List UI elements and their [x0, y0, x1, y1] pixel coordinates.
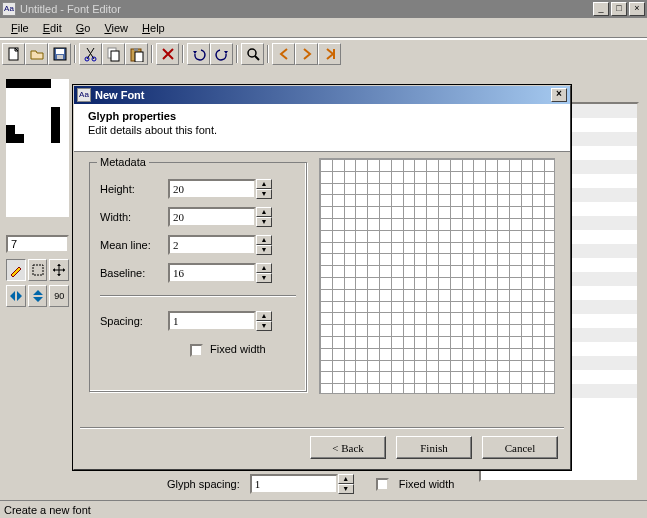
- next-glyph-button[interactable]: [295, 43, 318, 65]
- width-input[interactable]: [168, 207, 256, 227]
- spacing-label: Spacing:: [100, 315, 168, 327]
- svg-rect-2: [56, 49, 64, 54]
- fixed-width-label: Fixed width: [399, 478, 455, 490]
- statusbar: Create a new font: [0, 500, 647, 518]
- meanline-input[interactable]: [168, 235, 256, 255]
- main-toolbar: [0, 39, 647, 67]
- window-title: Untitled - Font Editor: [20, 3, 591, 15]
- goto-glyph-button[interactable]: [318, 43, 341, 65]
- group-separator: [100, 295, 296, 297]
- fixed-width-label: Fixed width: [210, 343, 266, 355]
- copy-button[interactable]: [102, 43, 125, 65]
- menubar: File Edit Go View Help: [0, 18, 647, 37]
- svg-rect-3: [57, 55, 63, 59]
- groupbox-legend: Metadata: [97, 156, 149, 168]
- dialog-title: New Font: [95, 89, 145, 101]
- dialog-separator: [80, 427, 564, 429]
- dialog-header: Glyph properties Edit details about this…: [74, 104, 570, 152]
- spinner-down-icon[interactable]: ▼: [256, 189, 272, 199]
- dialog-titlebar: Aa New Font ×: [74, 86, 570, 104]
- width-label: Width:: [100, 211, 168, 223]
- spinner-down-icon[interactable]: ▼: [256, 217, 272, 227]
- minimize-button[interactable]: _: [593, 2, 609, 16]
- paste-button[interactable]: [125, 43, 148, 65]
- spinner-up-icon[interactable]: ▲: [256, 263, 272, 273]
- glyph-spacing-label: Glyph spacing:: [167, 478, 240, 490]
- flip-h-tool[interactable]: [6, 285, 26, 307]
- menu-file[interactable]: File: [4, 20, 36, 35]
- svg-rect-9: [134, 48, 138, 51]
- glyph-preview: [319, 158, 555, 394]
- svg-rect-10: [135, 52, 143, 62]
- cut-button[interactable]: [79, 43, 102, 65]
- baseline-spinner[interactable]: ▲▼: [168, 263, 272, 283]
- baseline-input[interactable]: [168, 263, 256, 283]
- meanline-spinner[interactable]: ▲▼: [168, 235, 272, 255]
- new-file-button[interactable]: [2, 43, 25, 65]
- zoom-button[interactable]: [241, 43, 264, 65]
- svg-line-12: [255, 56, 259, 60]
- height-label: Height:: [100, 183, 168, 195]
- menu-view[interactable]: View: [97, 20, 135, 35]
- metadata-groupbox: Metadata Height: ▲▼ Width: ▲▼ Mean line:: [89, 162, 307, 392]
- save-button[interactable]: [48, 43, 71, 65]
- height-input[interactable]: [168, 179, 256, 199]
- preview-grid: [319, 158, 555, 394]
- side-tool-palette: 90: [6, 259, 69, 311]
- dialog-button-row: < Back Finish Cancel: [310, 436, 558, 459]
- toolbar-separator: [234, 43, 240, 65]
- width-spinner[interactable]: ▲▼: [168, 207, 272, 227]
- spinner-up-icon[interactable]: ▲: [256, 179, 272, 189]
- status-text: Create a new font: [4, 504, 91, 516]
- fixed-width-row: Fixed width: [190, 343, 266, 357]
- fixed-width-checkbox[interactable]: [190, 344, 203, 357]
- back-button[interactable]: < Back: [310, 436, 386, 459]
- svg-rect-7: [111, 51, 119, 61]
- fixed-width-checkbox[interactable]: [376, 478, 389, 491]
- spinner-down-icon[interactable]: ▼: [256, 321, 272, 331]
- open-file-button[interactable]: [25, 43, 48, 65]
- app-icon: Aa: [77, 88, 91, 102]
- flip-v-tool[interactable]: [28, 285, 48, 307]
- pencil-tool[interactable]: [6, 259, 26, 281]
- char-code-input[interactable]: 7: [6, 235, 69, 253]
- dialog-header-title: Glyph properties: [88, 110, 556, 122]
- svg-rect-14: [33, 265, 43, 275]
- meanline-label: Mean line:: [100, 239, 168, 251]
- spinner-down-icon[interactable]: ▼: [256, 273, 272, 283]
- glyph-canvas[interactable]: [6, 79, 69, 217]
- prev-glyph-button[interactable]: [272, 43, 295, 65]
- spinner-up-icon[interactable]: ▲: [256, 311, 272, 321]
- spacing-input[interactable]: [168, 311, 256, 331]
- close-button[interactable]: ×: [629, 2, 645, 16]
- dialog-body: Metadata Height: ▲▼ Width: ▲▼ Mean line:: [74, 152, 570, 429]
- new-font-dialog: Aa New Font × Glyph properties Edit deta…: [73, 85, 571, 470]
- toolbar-separator: [72, 43, 78, 65]
- redo-button[interactable]: [210, 43, 233, 65]
- bottom-controls: Glyph spacing: ▲▼ Fixed width: [167, 474, 454, 494]
- spacing-spinner[interactable]: ▲▼: [168, 311, 272, 331]
- dialog-header-subtitle: Edit details about this font.: [88, 124, 556, 136]
- maximize-button[interactable]: □: [611, 2, 627, 16]
- toolbar-separator: [149, 43, 155, 65]
- glyph-spacing-spinner[interactable]: ▲▼: [250, 474, 354, 494]
- toolbar-separator: [265, 43, 271, 65]
- finish-button[interactable]: Finish: [396, 436, 472, 459]
- spinner-up-icon[interactable]: ▲: [256, 207, 272, 217]
- move-tool[interactable]: [49, 259, 69, 281]
- delete-button[interactable]: [156, 43, 179, 65]
- menu-help[interactable]: Help: [135, 20, 172, 35]
- glyph-spacing-input[interactable]: [250, 474, 338, 494]
- undo-button[interactable]: [187, 43, 210, 65]
- spinner-up-icon[interactable]: ▲: [338, 474, 354, 484]
- menu-go[interactable]: Go: [69, 20, 98, 35]
- rotate-tool[interactable]: 90: [49, 285, 69, 307]
- spinner-down-icon[interactable]: ▼: [256, 245, 272, 255]
- dialog-close-button[interactable]: ×: [551, 88, 567, 102]
- cancel-button[interactable]: Cancel: [482, 436, 558, 459]
- height-spinner[interactable]: ▲▼: [168, 179, 272, 199]
- select-tool[interactable]: [28, 259, 48, 281]
- menu-edit[interactable]: Edit: [36, 20, 69, 35]
- spinner-down-icon[interactable]: ▼: [338, 484, 354, 494]
- spinner-up-icon[interactable]: ▲: [256, 235, 272, 245]
